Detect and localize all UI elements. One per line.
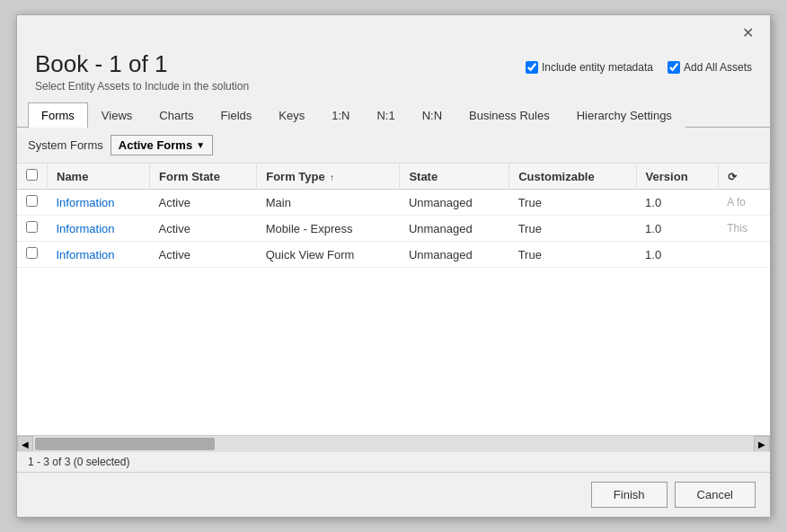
close-button[interactable]: ✕: [737, 22, 759, 43]
scroll-right-button[interactable]: ▶: [754, 436, 770, 451]
table-wrapper: Name Form State Form Type ↑ State Custom…: [17, 164, 770, 435]
row-name-link-0[interactable]: Information: [57, 196, 115, 209]
add-all-assets-text: Add All Assets: [684, 61, 752, 74]
row-form-type-0: Main: [257, 190, 400, 216]
row-checkbox-0[interactable]: [26, 195, 38, 207]
dropdown-label: Active Forms: [119, 138, 192, 152]
system-forms-label: System Forms: [28, 138, 103, 152]
row-check-1[interactable]: [17, 216, 48, 242]
dialog-subtitle: Select Entity Assets to Include in the s…: [35, 80, 249, 93]
select-all-checkbox[interactable]: [26, 169, 38, 181]
row-name-0[interactable]: Information: [48, 190, 150, 216]
row-extra-1: This: [718, 216, 769, 242]
table-row: Information Active Quick View Form Unman…: [17, 242, 770, 268]
row-state-1: Unmanaged: [400, 216, 509, 242]
dialog-title: Book - 1 of 1: [35, 50, 249, 78]
tab-1n[interactable]: 1:N: [318, 102, 363, 128]
tab-nn[interactable]: N:N: [409, 102, 455, 128]
tab-fields[interactable]: Fields: [208, 102, 266, 128]
row-form-type-2: Quick View Form: [257, 242, 400, 268]
tab-views[interactable]: Views: [88, 102, 146, 128]
sort-icon: ↑: [330, 173, 334, 182]
row-name-link-2[interactable]: Information: [57, 248, 115, 262]
row-form-state-1: Active: [150, 216, 257, 242]
row-checkbox-2[interactable]: [26, 247, 38, 259]
footer: Finish Cancel: [17, 472, 770, 517]
active-forms-dropdown[interactable]: Active Forms ▼: [111, 135, 213, 155]
tab-keys[interactable]: Keys: [265, 102, 318, 128]
add-all-assets-label[interactable]: Add All Assets: [668, 61, 752, 74]
refresh-icon: ⟳: [728, 171, 737, 183]
col-customizable[interactable]: Customizable: [509, 164, 636, 190]
row-customizable-1: True: [509, 216, 636, 242]
subheader: System Forms Active Forms ▼: [17, 128, 770, 164]
tab-charts[interactable]: Charts: [146, 102, 207, 128]
row-name-link-1[interactable]: Information: [57, 222, 115, 235]
col-name[interactable]: Name: [48, 164, 150, 190]
tab-forms[interactable]: Forms: [28, 102, 88, 128]
tabs-bar: Forms Views Charts Fields Keys 1:N N:1 N…: [17, 102, 770, 128]
col-state[interactable]: State: [400, 164, 509, 190]
row-extra-0: A fo: [718, 190, 769, 216]
row-state-0: Unmanaged: [400, 190, 509, 216]
tab-hierarchy-settings[interactable]: Hierarchy Settings: [563, 102, 685, 128]
header: Book - 1 of 1 Select Entity Assets to In…: [17, 47, 770, 102]
tab-n1[interactable]: N:1: [363, 102, 408, 128]
status-bar: 1 - 3 of 3 (0 selected): [17, 451, 770, 472]
title-bar: ✕: [17, 15, 770, 47]
content-area: System Forms Active Forms ▼ Name Form St…: [17, 128, 770, 472]
status-text: 1 - 3 of 3 (0 selected): [28, 456, 129, 468]
table-header-row: Name Form State Form Type ↑ State Custom…: [17, 164, 770, 190]
table-row: Information Active Mobile - Express Unma…: [17, 216, 770, 242]
row-version-2: 1.0: [636, 242, 718, 268]
row-customizable-2: True: [509, 242, 636, 268]
add-all-assets-checkbox[interactable]: [668, 61, 680, 74]
forms-table: Name Form State Form Type ↑ State Custom…: [17, 164, 770, 268]
scrollbar-track: [17, 436, 770, 451]
main-dialog: ✕ Book - 1 of 1 Select Entity Assets to …: [16, 14, 771, 518]
row-extra-2: [718, 242, 769, 268]
scroll-left-button[interactable]: ◀: [17, 436, 33, 451]
col-refresh[interactable]: ⟳: [718, 164, 769, 190]
col-version[interactable]: Version: [636, 164, 718, 190]
row-form-type-1: Mobile - Express: [257, 216, 400, 242]
row-check-2[interactable]: [17, 242, 48, 268]
chevron-down-icon: ▼: [196, 140, 205, 150]
table-row: Information Active Main Unmanaged True 1…: [17, 190, 770, 216]
finish-button[interactable]: Finish: [591, 482, 668, 508]
include-entity-metadata-text: Include entity metadata: [542, 61, 653, 74]
row-checkbox-1[interactable]: [26, 221, 38, 233]
row-version-0: 1.0: [636, 190, 718, 216]
row-state-2: Unmanaged: [400, 242, 509, 268]
col-form-type[interactable]: Form Type ↑: [257, 164, 400, 190]
row-version-1: 1.0: [636, 216, 718, 242]
row-customizable-0: True: [509, 190, 636, 216]
tab-business-rules[interactable]: Business Rules: [455, 102, 563, 128]
scrollbar-thumb[interactable]: [35, 438, 215, 450]
row-form-state-2: Active: [150, 242, 257, 268]
scrollbar-area: ◀ ▶: [17, 435, 770, 451]
include-entity-metadata-checkbox[interactable]: [526, 61, 538, 74]
row-check-0[interactable]: [17, 190, 48, 216]
col-form-state[interactable]: Form State: [150, 164, 257, 190]
row-form-state-0: Active: [150, 190, 257, 216]
row-name-2[interactable]: Information: [48, 242, 150, 268]
cancel-button[interactable]: Cancel: [675, 482, 756, 508]
header-left: Book - 1 of 1 Select Entity Assets to In…: [35, 50, 249, 93]
col-check: [17, 164, 48, 190]
header-right: Include entity metadata Add All Assets: [526, 50, 752, 74]
row-name-1[interactable]: Information: [48, 216, 150, 242]
include-entity-metadata-label[interactable]: Include entity metadata: [526, 61, 653, 74]
